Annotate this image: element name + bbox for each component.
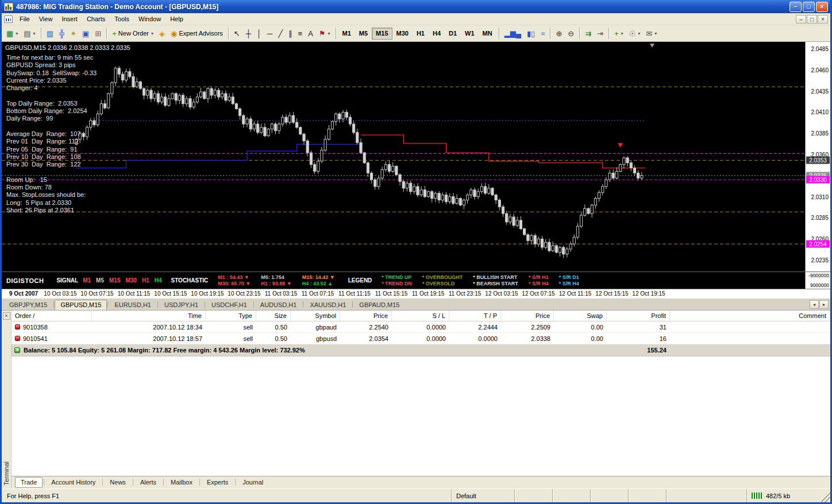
chart-canvas[interactable]: GBPUSD,M15 2.0336 2.0338 2.0333 2.0335 T… (2, 42, 805, 272)
crosshair-button[interactable]: ┼ (243, 28, 254, 40)
terminal-tab-account-history[interactable]: Account History (45, 477, 101, 488)
timeframe-w1-button[interactable]: W1 (461, 28, 479, 40)
timeframe-m30-button[interactable]: M30 (392, 28, 413, 40)
terminal-close-button[interactable]: × (3, 312, 10, 320)
horizontal-line-button[interactable]: ─ (264, 28, 275, 40)
chart-tab-gbpusd-m15[interactable]: GBPUSD,M15 (55, 300, 107, 310)
order-row[interactable]: 90105412007.10.12 18:57sell0.50gbpusd2.0… (11, 333, 830, 344)
dropdown-arrow-icon[interactable]: ▾ (621, 31, 623, 36)
line-chart-button[interactable]: ≈ (538, 28, 548, 40)
bar-chart-button[interactable]: ▂▆▄ (502, 28, 524, 40)
menu-charts[interactable]: Charts (82, 14, 110, 24)
menu-help[interactable]: Help (165, 14, 188, 24)
tab-scroll-right-button[interactable]: ▸ (819, 300, 829, 309)
market-watch-button[interactable]: ▥ (44, 28, 56, 40)
arrows-button[interactable]: ⚑▾ (316, 28, 333, 40)
column-header-symbol[interactable]: Symbol (291, 311, 340, 321)
order-row[interactable]: 90103582007.10.12 18:34sell0.50gbpaud2.2… (11, 321, 830, 333)
timeframe-h4-button[interactable]: H4 (429, 28, 445, 40)
chart-system-menu-icon[interactable] (4, 15, 13, 23)
price-scale[interactable]: 2.04852.04602.04352.04102.03852.03602.03… (805, 42, 830, 272)
timeframe-h1-button[interactable]: H1 (413, 28, 429, 40)
chart-restore-button[interactable]: □ (807, 15, 817, 24)
close-button[interactable]: × (816, 2, 828, 12)
equidistant-channel-button[interactable]: ∥ (286, 28, 295, 40)
chart-tab-eurusd-h1[interactable]: EURUSD,H1 (109, 300, 157, 310)
tab-scroll-left-button[interactable]: ◂ (810, 300, 819, 309)
column-header-comment[interactable]: Comment (670, 311, 830, 321)
cursor-button[interactable]: ↖ (231, 28, 243, 40)
column-header-swap[interactable]: Swap (554, 311, 607, 321)
column-header-order-[interactable]: Order / (11, 311, 92, 321)
dropdown-arrow-icon[interactable]: ▾ (654, 31, 657, 36)
column-header-time[interactable]: Time (92, 311, 206, 321)
status-connection[interactable]: 482/5 kb (746, 489, 821, 502)
candlestick-button[interactable]: ▮▯ (524, 28, 538, 40)
periods-button[interactable]: ☉▾ (626, 28, 644, 40)
column-header-t-p[interactable]: T / P (449, 311, 501, 321)
chart-shift-button[interactable]: ⇥ (594, 28, 606, 40)
chart-tab-usdchf-h1[interactable]: USDCHF,H1 (206, 300, 253, 310)
timeframe-mn-button[interactable]: MN (479, 28, 496, 40)
fibonacci-button[interactable]: ≡ (295, 28, 306, 40)
zoom-in-button[interactable]: ⊕ (553, 28, 565, 40)
new-chart-button[interactable]: ▦▾ (3, 28, 21, 40)
text-button[interactable]: A (305, 28, 316, 40)
chart-close-button[interactable]: × (818, 15, 828, 24)
vertical-line-button[interactable]: │ (254, 28, 264, 40)
new-order-button[interactable]: +New Order▾ (109, 28, 156, 40)
dropdown-arrow-icon[interactable]: ▾ (151, 31, 153, 36)
indicators-button[interactable]: +▾ (611, 28, 626, 40)
chart-tab-usdjpy-h1[interactable]: USDJPY,H1 (159, 300, 204, 310)
chart-tab-xauusd-h1[interactable]: XAUUSD,H1 (304, 300, 352, 310)
dropdown-arrow-icon[interactable]: ▾ (33, 31, 36, 36)
column-header-size[interactable]: Size (256, 311, 291, 321)
data-window-button[interactable]: ╬ (56, 28, 67, 40)
dropdown-arrow-icon[interactable]: ▾ (16, 31, 18, 36)
expert-advisors-button[interactable]: ◉Expert Advisors (168, 28, 226, 40)
status-profile[interactable]: Default (451, 489, 514, 502)
terminal-tab-news[interactable]: News (104, 477, 132, 488)
menu-file[interactable]: File (15, 14, 34, 24)
maximize-button[interactable]: □ (803, 2, 815, 12)
column-header-s-l[interactable]: S / L (392, 311, 449, 321)
time-axis[interactable]: 9 Oct 200710 Oct 03:1510 Oct 07:1510 Oct… (2, 289, 830, 298)
resize-grip[interactable] (821, 489, 830, 502)
column-header-type[interactable]: Type (206, 311, 256, 321)
menu-insert[interactable]: Insert (57, 14, 82, 24)
terminal-tab-experts[interactable]: Experts (201, 477, 234, 488)
dropdown-arrow-icon[interactable]: ▾ (328, 31, 330, 36)
column-header-price[interactable]: Price (340, 311, 392, 321)
terminal-tab-trade[interactable]: Trade (15, 477, 43, 488)
column-header-price[interactable]: Price (501, 311, 554, 321)
timeframe-m1-button[interactable]: M1 (338, 28, 355, 40)
metaeditor-button[interactable]: ◈ (156, 28, 168, 40)
timeframe-m15-button[interactable]: M15 (372, 28, 392, 40)
menu-window[interactable]: Window (134, 14, 165, 24)
timeframe-m5-button[interactable]: M5 (355, 28, 372, 40)
dropdown-arrow-icon[interactable]: ▾ (638, 31, 640, 36)
profiles-button[interactable]: ▤▾ (21, 28, 38, 40)
terminal-tab-mailbox[interactable]: Mailbox (165, 477, 198, 488)
timeframe-d1-button[interactable]: D1 (445, 28, 461, 40)
candlestick-chart[interactable] (2, 42, 805, 272)
terminal-button[interactable]: ▣ (79, 28, 92, 40)
minimize-button[interactable]: – (789, 2, 802, 12)
trendline-button[interactable]: ╱ (275, 28, 286, 40)
terminal-tab-alerts[interactable]: Alerts (134, 477, 162, 488)
auto-scroll-button[interactable]: ⇉ (582, 28, 594, 40)
chart-tab-audusd-h1[interactable]: AUDUSD,H1 (255, 300, 303, 310)
menu-tools[interactable]: Tools (110, 14, 134, 24)
terminal-tab-journal[interactable]: Journal (237, 477, 269, 488)
zoom-out-button[interactable]: ⊖ (565, 28, 577, 40)
candle-body (558, 247, 561, 253)
chart-tab-gbpjpy-m15[interactable]: GBPJPY,M15 (3, 300, 53, 310)
menu-view[interactable]: View (34, 14, 57, 24)
arrows-icon: ⚑ (319, 30, 326, 37)
strategy-tester-button[interactable]: ⊞ (92, 28, 104, 40)
chart-minimize-button[interactable]: – (796, 15, 806, 24)
navigator-button[interactable]: ✦ (67, 28, 79, 40)
chart-tab-gbpaud-m15[interactable]: GBPAUD,M15 (353, 300, 405, 310)
templates-button[interactable]: ✉▾ (643, 28, 660, 40)
column-header-profit[interactable]: Profit (607, 311, 670, 321)
